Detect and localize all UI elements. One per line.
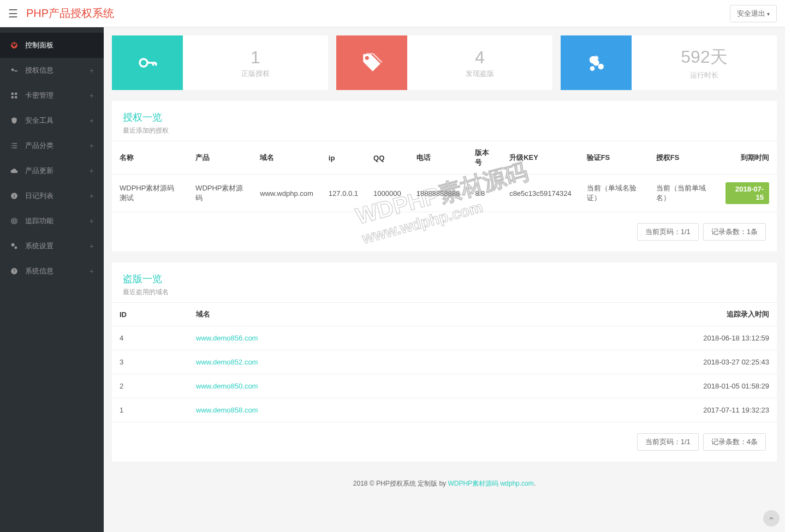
sidebar-item-card-manage[interactable]: 卡密管理 + [0, 83, 104, 108]
svg-rect-0 [11, 93, 14, 95]
auth-table: 名称 产品 域名 ip QQ 电话 版本号 升级KEY 验证FS 授权FS 到期… [112, 141, 777, 212]
domain-link[interactable]: www.demo852.com [196, 358, 258, 366]
stats-row: 1 正版授权 4 发现盗版 592天 运行时长 [112, 35, 777, 90]
stat-value: 4 [475, 47, 485, 68]
footer-period: . [534, 480, 536, 487]
cell-id: 1 [112, 398, 188, 422]
piracy-pagination: 当前页码：1/1 记录条数：4条 [112, 422, 777, 462]
cell-id: 3 [112, 350, 188, 374]
sidebar-item-label: 产品分类 [25, 141, 53, 151]
cell-verify-fs: 当前（单域名验证） [579, 175, 649, 212]
table-row: 1 www.demo858.com 2017-07-11 19:32:23 [112, 398, 777, 422]
svg-text:?: ? [13, 269, 16, 274]
domain-link[interactable]: www.demo856.com [196, 334, 258, 342]
sidebar-item-security[interactable]: 安全工具 + [0, 108, 104, 133]
topbar: ☰ PHP产品授权系统 安全退出 [0, 0, 785, 27]
col-id: ID [112, 303, 188, 326]
cell-id: 2 [112, 374, 188, 398]
cell-phone: 18888888888 [409, 175, 468, 212]
svg-rect-7 [13, 145, 17, 146]
record-info[interactable]: 记录条数：1条 [703, 223, 766, 241]
shield-icon [10, 116, 19, 125]
sidebar-item-label: 安全工具 [25, 116, 53, 125]
stat-value: 1 [251, 47, 260, 68]
gears-icon [10, 242, 19, 250]
sidebar-item-label: 系统信息 [25, 266, 53, 276]
cell-name: WDPHP素材源码测试 [112, 175, 188, 212]
tag-stat-icon [336, 35, 407, 90]
sidebar-item-label: 日记列表 [25, 191, 53, 201]
plus-icon: + [90, 66, 94, 75]
cell-domain: www.demo858.com [188, 398, 475, 422]
svg-point-16 [15, 247, 17, 249]
auth-panel: 授权一览 最近添加的授权 名称 产品 域名 ip QQ 电话 版本号 升级KEY… [112, 101, 777, 252]
footer-link-brand[interactable]: WDPHP素材源码 [448, 480, 498, 487]
plus-icon: + [90, 141, 94, 150]
expire-badge: 2018-07-15 [725, 182, 769, 204]
scroll-top-button[interactable] [763, 510, 780, 527]
table-row: 4 www.demo856.com 2018-06-18 13:12:59 [112, 326, 777, 350]
panel-title: 盗版一览 [123, 272, 766, 285]
sidebar-item-label: 卡密管理 [25, 91, 53, 100]
sidebar-item-dashboard[interactable]: 控制面板 [0, 33, 104, 58]
domain-link[interactable]: www.demo858.com [196, 406, 258, 414]
col-ip: ip [321, 141, 366, 175]
svg-point-20 [590, 56, 597, 64]
cell-domain: www.wdphp.com [252, 175, 321, 212]
key-icon [10, 66, 19, 75]
stat-label: 发现盗版 [466, 69, 494, 79]
svg-point-22 [590, 66, 595, 71]
sidebar-item-system-settings[interactable]: 系统设置 + [0, 234, 104, 259]
svg-rect-2 [11, 96, 14, 98]
svg-rect-11 [14, 195, 14, 198]
cell-product: WDPHP素材源码 [188, 175, 252, 212]
svg-rect-3 [15, 96, 17, 98]
svg-rect-5 [13, 143, 17, 144]
cell-qq: 1000000 [366, 175, 409, 212]
cell-domain: www.demo856.com [188, 326, 475, 350]
col-version: 版本号 [467, 141, 502, 175]
table-row: 2 www.demo850.com 2018-01-05 01:58:29 [112, 374, 777, 398]
question-icon: ? [10, 267, 19, 276]
key-stat-icon [112, 35, 183, 90]
grid-icon [10, 91, 19, 100]
footer-link-site[interactable]: wdphp.com [500, 480, 533, 487]
col-qq: QQ [366, 141, 409, 175]
table-row: WDPHP素材源码测试 WDPHP素材源码 www.wdphp.com 127.… [112, 175, 777, 212]
page-info[interactable]: 当前页码：1/1 [637, 433, 699, 451]
stat-card-piracy: 4 发现盗版 [336, 35, 552, 90]
domain-link[interactable]: www.demo850.com [196, 382, 258, 390]
sidebar-item-label: 追踪功能 [25, 216, 53, 226]
sidebar-item-label: 系统设置 [25, 241, 53, 251]
sidebar-item-system-info[interactable]: ? 系统信息 + [0, 259, 104, 284]
sidebar-item-log-list[interactable]: 日记列表 + [0, 183, 104, 208]
sidebar: 控制面板 授权信息 + 卡密管理 + 安全工具 + [0, 27, 104, 532]
plus-icon: + [90, 192, 94, 200]
page-info[interactable]: 当前页码：1/1 [637, 223, 699, 241]
col-expire: 到期时间 [718, 141, 777, 175]
menu-toggle-icon[interactable]: ☰ [8, 7, 18, 20]
sidebar-item-product-category[interactable]: 产品分类 + [0, 133, 104, 158]
svg-point-21 [598, 64, 604, 70]
sidebar-item-auth-info[interactable]: 授权信息 + [0, 58, 104, 83]
cell-version: 8.8 [467, 175, 502, 212]
plus-icon: + [90, 267, 94, 276]
record-info[interactable]: 记录条数：4条 [703, 433, 766, 451]
svg-rect-4 [11, 143, 12, 144]
plus-icon: + [90, 91, 94, 100]
main-content: WDPHP素材源码 www.wdphp.com 1 正版授权 4 发现盗版 [104, 27, 785, 532]
stat-card-authorized: 1 正版授权 [112, 35, 328, 90]
piracy-panel: 盗版一览 最近盗用的域名 ID 域名 追踪录入时间 4 www.demo856.… [112, 262, 777, 462]
col-verify-fs: 验证FS [579, 141, 649, 175]
svg-rect-9 [13, 148, 17, 148]
sidebar-item-product-update[interactable]: 产品更新 + [0, 158, 104, 183]
logout-button[interactable]: 安全退出 [730, 5, 777, 22]
sidebar-item-tracking[interactable]: 追踪功能 + [0, 208, 104, 234]
dashboard-icon [10, 41, 19, 50]
svg-rect-12 [14, 194, 14, 195]
auth-pagination: 当前页码：1/1 记录条数：1条 [112, 212, 777, 252]
cell-domain: www.demo850.com [188, 374, 475, 398]
col-phone: 电话 [409, 141, 468, 175]
cell-ip: 127.0.0.1 [321, 175, 366, 212]
footer: 2018 © PHP授权系统 定制版 by WDPHP素材源码 wdphp.co… [112, 473, 777, 495]
